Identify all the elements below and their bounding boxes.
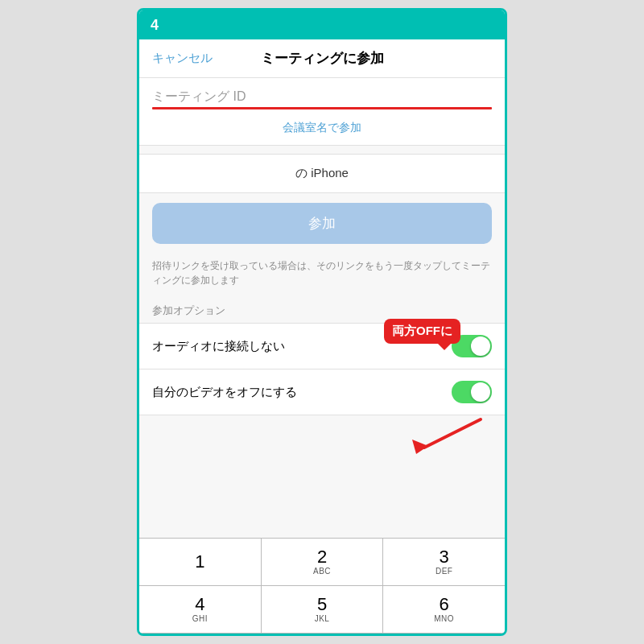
options-area: 参加オプション 両方OFFに オーディオに接続しない 自分のビデオをオフにする	[139, 295, 505, 456]
key-5-letters: JKL	[315, 614, 330, 623]
spacer	[139, 456, 505, 496]
key-4[interactable]: 4 GHI	[139, 586, 262, 633]
arrow-annotation	[400, 415, 497, 456]
key-6-num: 6	[440, 596, 449, 613]
key-5[interactable]: 5 JKL	[262, 586, 384, 633]
content-area: 会議室名で参加 の iPhone 参加 招待リンクを受け取っている場合は、そのリ…	[139, 78, 505, 538]
key-4-letters: GHI	[192, 614, 208, 623]
meeting-id-input[interactable]	[152, 78, 492, 107]
keyboard-row-1: 1 2 ABC 3 DEF	[139, 539, 505, 586]
status-number: 4	[151, 17, 159, 34]
svg-marker-1	[412, 440, 428, 454]
key-1[interactable]: 1	[139, 539, 262, 585]
option-label-audio: オーディオに接続しない	[152, 339, 285, 354]
annotation-bubble: 両方OFFに	[384, 319, 460, 344]
nav-bar: キャンセル ミーティングに参加	[139, 39, 505, 78]
join-btn-section: 参加	[139, 193, 505, 254]
key-5-num: 5	[317, 596, 327, 613]
key-6-letters: MNO	[434, 614, 454, 623]
join-button[interactable]: 参加	[152, 203, 492, 244]
room-link[interactable]: 会議室名で参加	[152, 116, 492, 145]
keyboard-row-2: 4 GHI 5 JKL 6 MNO	[139, 586, 505, 634]
nav-title: ミーティングに参加	[261, 49, 384, 68]
key-3-letters: DEF	[436, 567, 453, 576]
phone-frame: 4 キャンセル ミーティングに参加 会議室名で参加 の iPhone 参加 招待…	[137, 8, 507, 636]
option-row-video: 自分のビデオをオフにする	[139, 369, 505, 415]
key-2[interactable]: 2 ABC	[262, 539, 384, 585]
invite-hint: 招待リンクを受け取っている場合は、そのリンクをもう一度タップしてミーティングに参…	[139, 254, 505, 295]
key-4-num: 4	[195, 596, 204, 613]
input-underline	[152, 107, 492, 109]
keyboard: 1 2 ABC 3 DEF 4 GHI 5 JKL 6 MNO	[139, 538, 505, 634]
key-3[interactable]: 3 DEF	[383, 539, 505, 585]
status-bar: 4	[139, 10, 505, 39]
key-6[interactable]: 6 MNO	[383, 586, 505, 633]
key-2-letters: ABC	[313, 567, 331, 576]
key-1-num: 1	[195, 553, 204, 571]
iphone-name-text: の iPhone	[295, 166, 349, 180]
meeting-id-section: 会議室名で参加	[139, 78, 505, 146]
svg-line-0	[424, 419, 481, 448]
key-2-num: 2	[317, 548, 327, 566]
key-3-num: 3	[440, 548, 449, 566]
cancel-button[interactable]: キャンセル	[152, 51, 213, 66]
option-label-video: 自分のビデオをオフにする	[152, 385, 297, 400]
iphone-name-section: の iPhone	[139, 154, 505, 193]
toggle-video[interactable]	[452, 381, 492, 403]
